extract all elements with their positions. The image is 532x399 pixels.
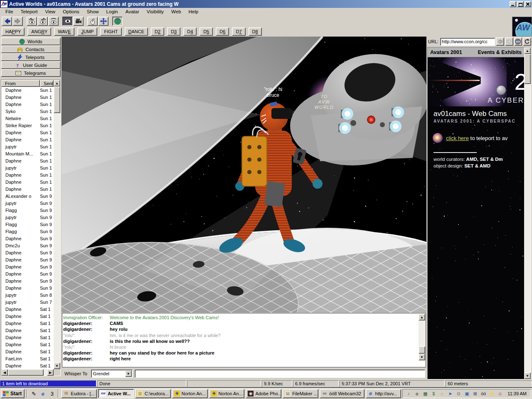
webcam-icon[interactable]: óó bbox=[480, 390, 487, 397]
page-nav-left[interactable]: Avatars 2001 bbox=[430, 49, 462, 55]
emote-d5[interactable]: D5 bbox=[200, 27, 213, 36]
teleport-link[interactable]: click here bbox=[446, 135, 469, 141]
camera-view-icon[interactable] bbox=[73, 17, 84, 26]
telegram-row[interactable]: Dmc2uSun 9 bbox=[1, 242, 54, 249]
sidebar-tab-contacts[interactable]: Contacts bbox=[1, 45, 61, 53]
menu-teleport[interactable]: Teleport bbox=[17, 8, 42, 16]
url-input[interactable] bbox=[440, 38, 495, 46]
taskbar-task[interactable]: AWActive W... bbox=[98, 389, 134, 398]
telegram-row[interactable]: DaphneSun 1 bbox=[1, 172, 54, 179]
scroll-up-icon[interactable]: ▲ bbox=[524, 47, 531, 54]
telegram-row[interactable]: DaphneSat 1 bbox=[1, 320, 54, 327]
telegram-row[interactable]: DaphneSat 1 bbox=[1, 334, 54, 341]
taskbar-task[interactable]: ✉Eudora - [... bbox=[61, 389, 97, 398]
telegram-row[interactable]: DaphneSat 1 bbox=[1, 313, 54, 320]
emote-jump[interactable]: JUMP bbox=[77, 27, 97, 36]
emote-d2[interactable]: D2 bbox=[151, 27, 164, 36]
telegram-row[interactable]: DaphneSun 9 bbox=[1, 256, 54, 264]
emote-dance[interactable]: DANCE bbox=[125, 27, 148, 36]
telegram-row[interactable]: DaphneSun 1 bbox=[1, 186, 54, 193]
telegram-row[interactable]: FlaggSun 9 bbox=[1, 221, 54, 228]
back-icon[interactable] bbox=[2, 17, 12, 26]
telegram-row[interactable]: jupytrSun 9 bbox=[1, 200, 54, 207]
telegram-row[interactable]: DaphneSat 1 bbox=[1, 362, 54, 369]
telegram-row[interactable]: FaeLinnSat 1 bbox=[1, 355, 54, 362]
money-icon[interactable]: $ bbox=[430, 390, 437, 397]
taskbar-task[interactable]: ✚Norton An... bbox=[172, 389, 208, 398]
emote-d4[interactable]: D4 bbox=[183, 27, 197, 36]
telegram-row[interactable]: DaphneSun 1 bbox=[1, 87, 54, 94]
web-refresh-icon[interactable] bbox=[523, 37, 531, 46]
telegram-row[interactable]: NetwireSun 1 bbox=[1, 115, 54, 122]
web-toggle-icon[interactable] bbox=[112, 17, 123, 26]
taskbar-task[interactable]: ehttp://avv... bbox=[366, 389, 401, 398]
scroll-thumb[interactable] bbox=[524, 54, 531, 84]
network-icon[interactable]: ⊞ bbox=[472, 390, 478, 397]
chat-input[interactable] bbox=[135, 369, 425, 378]
telegram-row[interactable]: DaphneSun 1 bbox=[1, 179, 54, 186]
whisper-target-combo[interactable]: Grendel ▼ bbox=[91, 369, 133, 378]
package-icon[interactable]: ◆ bbox=[414, 390, 420, 397]
telegram-row[interactable]: jupytrSun 8 bbox=[1, 292, 54, 299]
telegram-vertical-scrollbar[interactable]: ▲ ▼ bbox=[54, 80, 60, 369]
emote-d8[interactable]: D8 bbox=[249, 27, 262, 36]
telegram-row[interactable]: DaphneSun 1 bbox=[1, 158, 54, 165]
scroll-up-icon[interactable]: ▲ bbox=[54, 80, 60, 86]
menu-visibility[interactable]: Visibility bbox=[143, 8, 167, 16]
close-button[interactable] bbox=[525, 1, 531, 7]
telegram-row[interactable]: jupytrSun 1 bbox=[1, 165, 54, 172]
sidebar-tab-telegrams[interactable]: Telegrams bbox=[1, 69, 61, 77]
telegram-row[interactable]: DaphneSun 1 bbox=[1, 101, 54, 108]
column-from[interactable]: From bbox=[1, 80, 40, 87]
emote-fight[interactable]: FIGHT bbox=[100, 27, 121, 36]
menu-web[interactable]: Web bbox=[167, 8, 185, 16]
menu-view[interactable]: View bbox=[41, 8, 59, 16]
mouse-mode-icon[interactable] bbox=[87, 17, 98, 26]
telegram-row[interactable]: DaphneSun 9 bbox=[1, 278, 54, 285]
telegram-row[interactable]: DaphneSun 9 bbox=[1, 264, 54, 271]
forward-icon[interactable] bbox=[12, 17, 23, 26]
sidebar-tab-teleports[interactable]: Teleports bbox=[1, 53, 61, 61]
minimize-button[interactable] bbox=[510, 1, 516, 7]
taskbar-task[interactable]: óóóó8 Webcam32 bbox=[320, 389, 365, 398]
web-back-icon[interactable] bbox=[496, 37, 504, 46]
emote-d6[interactable]: D6 bbox=[216, 27, 229, 36]
scroll-thumb[interactable] bbox=[8, 369, 44, 376]
telegram-row[interactable]: DaphneSat 1 bbox=[1, 348, 54, 355]
scroll-down-icon[interactable]: ▼ bbox=[54, 362, 60, 369]
sidebar-tab-user-guide[interactable]: ?User Guide bbox=[1, 61, 61, 69]
telegram-row[interactable]: DaphneSun 9 bbox=[1, 271, 54, 278]
scroll-thumb[interactable] bbox=[419, 346, 425, 354]
look-view-icon[interactable] bbox=[48, 17, 59, 26]
mouse-icon[interactable]: ⊙ bbox=[455, 390, 462, 397]
telegram-row[interactable]: Mountain M...Sun 1 bbox=[1, 150, 54, 158]
menu-show[interactable]: Show bbox=[83, 8, 103, 16]
graphics-icon[interactable]: ▣ bbox=[463, 390, 470, 397]
telegram-row[interactable]: DaphneSun 9 bbox=[1, 249, 54, 256]
taskbar-task[interactable]: ✚Norton An... bbox=[209, 389, 245, 398]
telegram-row[interactable]: ALexander oSun 9 bbox=[1, 193, 54, 200]
sidebar-tab-worlds[interactable]: Worlds bbox=[1, 37, 61, 45]
internet-explorer-icon[interactable]: e bbox=[39, 390, 47, 397]
move-mode-icon[interactable] bbox=[98, 17, 108, 26]
telegram-row[interactable]: DaphneSun 1 bbox=[1, 129, 54, 136]
emote-d7[interactable]: D7 bbox=[232, 27, 245, 36]
scroll-thumb[interactable] bbox=[54, 86, 60, 113]
telegram-row[interactable]: DaphneSun 9 bbox=[1, 285, 54, 292]
tilt-view-icon[interactable] bbox=[37, 17, 48, 26]
emote-d3[interactable]: D3 bbox=[167, 27, 180, 36]
emote-angry[interactable]: ANGRY bbox=[27, 27, 51, 36]
scroll-left-icon[interactable]: ◀ bbox=[1, 369, 8, 376]
chevron-down-icon[interactable]: ▼ bbox=[125, 370, 132, 377]
telegram-row[interactable]: FlaggSun 9 bbox=[1, 228, 54, 235]
chat-scrollbar[interactable]: ▲ ▼ bbox=[419, 314, 425, 360]
show-desktop-icon[interactable]: ✎ bbox=[30, 390, 37, 397]
telegram-row[interactable]: DaphneSat 1 bbox=[1, 327, 54, 334]
telegram-horizontal-scrollbar[interactable]: ◀ ▶ bbox=[1, 369, 54, 376]
messenger-icon[interactable]: ☺ bbox=[497, 390, 503, 397]
menu-file[interactable]: File bbox=[2, 8, 17, 16]
telegram-row[interactable]: FlaggSun 9 bbox=[1, 207, 54, 214]
menu-options[interactable]: Options bbox=[59, 8, 83, 16]
telegram-list[interactable]: From Sent DaphneSun 1DaphneSun 1DaphneSu… bbox=[1, 79, 61, 376]
page-nav-right[interactable]: Events & Exhibits bbox=[478, 49, 522, 55]
